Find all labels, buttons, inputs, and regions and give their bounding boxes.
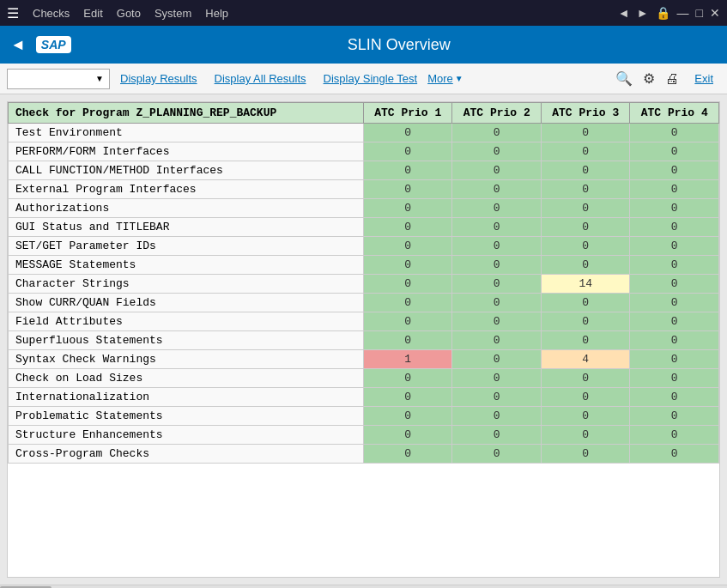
table-row[interactable]: SET/GET Parameter IDs0000 [9, 237, 719, 256]
table-row[interactable]: Superfluous Statements0000 [9, 331, 719, 350]
row-prio-4-value[interactable]: 0 [630, 256, 719, 275]
row-prio-2-value[interactable]: 0 [452, 161, 542, 180]
row-prio-1-value[interactable]: 0 [363, 275, 452, 294]
row-prio-2-value[interactable]: 0 [452, 180, 542, 199]
row-prio-1-value[interactable]: 1 [363, 350, 452, 369]
row-prio-3-value[interactable]: 0 [541, 161, 630, 180]
menu-checks[interactable]: Checks [33, 7, 70, 20]
table-row[interactable]: Field Attributes0000 [9, 312, 719, 331]
table-row[interactable]: Cross-Program Checks0000 [9, 445, 719, 464]
print-button[interactable]: 🖨 [663, 70, 681, 88]
program-dropdown[interactable]: ▼ [7, 69, 110, 89]
row-prio-4-value[interactable]: 0 [630, 199, 719, 218]
table-row[interactable]: Internationalization0000 [9, 388, 719, 407]
row-prio-2-value[interactable]: 0 [452, 124, 542, 142]
row-prio-1-value[interactable]: 0 [363, 331, 452, 350]
display-results-button[interactable]: Display Results [113, 69, 204, 89]
row-prio-4-value[interactable]: 0 [630, 388, 719, 407]
row-prio-1-value[interactable]: 0 [363, 369, 452, 388]
maximize-btn[interactable]: □ [696, 6, 703, 20]
row-prio-1-value[interactable]: 0 [363, 445, 452, 464]
close-btn[interactable]: ✕ [710, 6, 720, 20]
display-single-test-button[interactable]: Display Single Test [317, 69, 425, 89]
row-prio-4-value[interactable]: 0 [630, 369, 719, 388]
row-prio-1-value[interactable]: 0 [363, 199, 452, 218]
table-row[interactable]: MESSAGE Statements0000 [9, 256, 719, 275]
row-prio-1-value[interactable]: 0 [363, 407, 452, 426]
table-row[interactable]: Check on Load Sizes0000 [9, 369, 719, 388]
row-prio-2-value[interactable]: 0 [452, 142, 542, 161]
row-prio-1-value[interactable]: 0 [363, 294, 452, 312]
exit-button[interactable]: Exit [688, 69, 720, 89]
row-prio-4-value[interactable]: 0 [630, 161, 719, 180]
row-prio-2-value[interactable]: 0 [452, 312, 542, 331]
table-row[interactable]: Character Strings00140 [9, 275, 719, 294]
row-prio-3-value[interactable]: 0 [541, 256, 630, 275]
row-prio-2-value[interactable]: 0 [452, 350, 542, 369]
row-prio-1-value[interactable]: 0 [363, 426, 452, 445]
menu-edit[interactable]: Edit [83, 7, 102, 20]
row-prio-4-value[interactable]: 0 [630, 142, 719, 161]
table-row[interactable]: Syntax Check Warnings1040 [9, 350, 719, 369]
table-row[interactable]: Problematic Statements0000 [9, 407, 719, 426]
search-button[interactable]: 🔍 [614, 69, 634, 88]
table-row[interactable]: GUI Status and TITLEBAR0000 [9, 218, 719, 237]
row-prio-4-value[interactable]: 0 [630, 237, 719, 256]
row-prio-4-value[interactable]: 0 [630, 312, 719, 331]
row-prio-2-value[interactable]: 0 [452, 237, 542, 256]
row-prio-3-value[interactable]: 0 [541, 199, 630, 218]
display-all-results-button[interactable]: Display All Results [208, 69, 313, 89]
row-prio-4-value[interactable]: 0 [630, 124, 719, 142]
minimize-btn[interactable]: — [677, 6, 689, 20]
row-prio-2-value[interactable]: 0 [452, 218, 542, 237]
row-prio-3-value[interactable]: 0 [541, 218, 630, 237]
row-prio-3-value[interactable]: 0 [541, 124, 630, 142]
row-prio-4-value[interactable]: 0 [630, 218, 719, 237]
row-prio-1-value[interactable]: 0 [363, 312, 452, 331]
row-prio-2-value[interactable]: 0 [452, 369, 542, 388]
row-prio-2-value[interactable]: 0 [452, 331, 542, 350]
row-prio-1-value[interactable]: 0 [363, 124, 452, 142]
row-prio-1-value[interactable]: 0 [363, 218, 452, 237]
row-prio-4-value[interactable]: 0 [630, 275, 719, 294]
row-prio-3-value[interactable]: 4 [541, 350, 630, 369]
table-row[interactable]: External Program Interfaces0000 [9, 180, 719, 199]
row-prio-3-value[interactable]: 0 [541, 369, 630, 388]
row-prio-2-value[interactable]: 0 [452, 199, 542, 218]
back-button[interactable]: ◄ [10, 36, 26, 54]
row-prio-1-value[interactable]: 0 [363, 388, 452, 407]
menu-help[interactable]: Help [205, 7, 228, 20]
row-prio-1-value[interactable]: 0 [363, 256, 452, 275]
nav-back-icon[interactable]: ◄ [618, 6, 630, 20]
row-prio-3-value[interactable]: 0 [541, 445, 630, 464]
row-prio-1-value[interactable]: 0 [363, 142, 452, 161]
table-row[interactable]: CALL FUNCTION/METHOD Interfaces0000 [9, 161, 719, 180]
row-prio-4-value[interactable]: 0 [630, 426, 719, 445]
row-prio-2-value[interactable]: 0 [452, 275, 542, 294]
horizontal-scrollbar[interactable] [0, 585, 727, 588]
table-row[interactable]: Authorizations0000 [9, 199, 719, 218]
row-prio-2-value[interactable]: 0 [452, 426, 542, 445]
row-prio-3-value[interactable]: 0 [541, 312, 630, 331]
row-prio-4-value[interactable]: 0 [630, 445, 719, 464]
row-prio-4-value[interactable]: 0 [630, 407, 719, 426]
row-prio-4-value[interactable]: 0 [630, 331, 719, 350]
row-prio-1-value[interactable]: 0 [363, 237, 452, 256]
row-prio-3-value[interactable]: 0 [541, 142, 630, 161]
row-prio-1-value[interactable]: 0 [363, 180, 452, 199]
row-prio-3-value[interactable]: 0 [541, 294, 630, 312]
row-prio-3-value[interactable]: 14 [541, 275, 630, 294]
row-prio-1-value[interactable]: 0 [363, 161, 452, 180]
row-prio-3-value[interactable]: 0 [541, 426, 630, 445]
nav-forward-icon[interactable]: ► [637, 6, 649, 20]
hamburger-icon[interactable]: ☰ [7, 5, 19, 21]
row-prio-3-value[interactable]: 0 [541, 407, 630, 426]
row-prio-4-value[interactable]: 0 [630, 294, 719, 312]
row-prio-2-value[interactable]: 0 [452, 445, 542, 464]
row-prio-3-value[interactable]: 0 [541, 331, 630, 350]
menu-goto[interactable]: Goto [117, 7, 141, 20]
row-prio-2-value[interactable]: 0 [452, 256, 542, 275]
row-prio-3-value[interactable]: 0 [541, 237, 630, 256]
row-prio-4-value[interactable]: 0 [630, 350, 719, 369]
settings-button[interactable]: ⚙ [641, 69, 657, 88]
